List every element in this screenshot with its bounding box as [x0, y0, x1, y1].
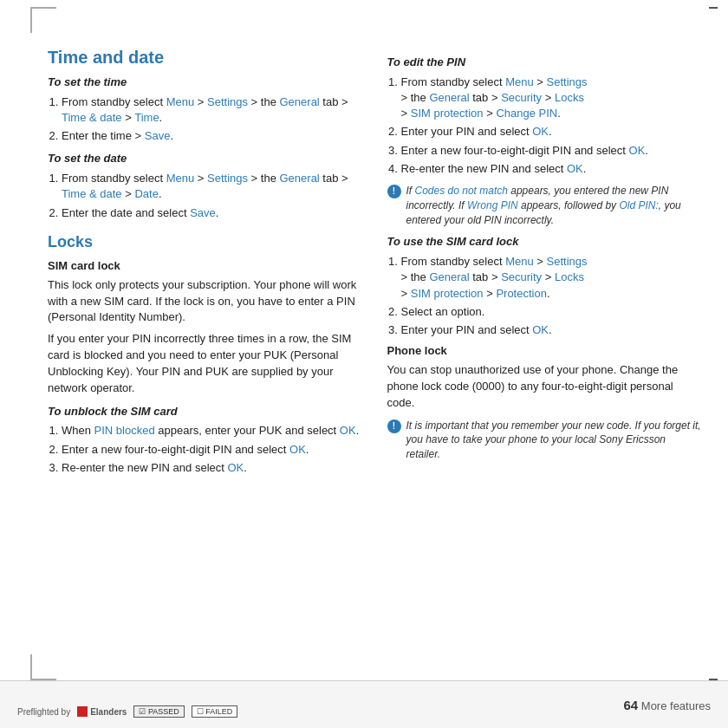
set-date-steps: From standby select Menu > Settings > th… — [62, 171, 363, 221]
menu-link: Menu — [166, 95, 195, 108]
elanders-logo-mark — [77, 706, 88, 717]
page-wrapper: Time and date To set the time From stand… — [0, 0, 728, 728]
set-date-step-1: From standby select Menu > Settings > th… — [62, 171, 363, 202]
menu-link-sl1: Menu — [505, 255, 534, 268]
general-link2: General — [280, 172, 320, 185]
menu-link-ep1: Menu — [505, 75, 534, 88]
set-time-heading: To set the time — [48, 75, 363, 91]
locks-heading: Locks — [48, 233, 363, 251]
sim-protection-link-sl1: SIM protection — [411, 287, 484, 300]
time-date-link2: Time & date — [62, 187, 122, 200]
time-link: Time — [134, 111, 159, 124]
wrong-pin-link: Wrong PIN — [467, 199, 518, 211]
footer-text: More features — [641, 699, 711, 712]
use-sim-lock-heading: To use the SIM card lock — [387, 234, 703, 250]
set-date-heading: To set the date — [48, 151, 363, 167]
sim-lock-step-2: Select an option. — [401, 304, 703, 320]
ok-link-ub2: OK — [289, 443, 306, 456]
page-number-area: 64 More features — [623, 698, 711, 712]
note-text-2-content: It is important that you remember your n… — [406, 419, 701, 461]
set-time-steps: From standby select Menu > Settings > th… — [62, 94, 363, 145]
set-date-step-2: Enter the date and select Save. — [62, 205, 363, 221]
ok-link-ub1: OK — [340, 424, 356, 437]
old-pin-link: Old PIN: — [619, 199, 658, 211]
sim-card-lock-desc: This lock only protects your subscriptio… — [48, 277, 363, 327]
edit-pin-step-3: Enter a new four-to-eight-digit PIN and … — [401, 143, 703, 159]
ok-link-ep3: OK — [629, 144, 646, 157]
sim-card-lock-para2: If you enter your PIN incorrectly three … — [48, 331, 363, 396]
security-link-sl1: Security — [501, 270, 542, 283]
elanders-icon: Elanders — [77, 706, 127, 717]
right-column: To edit the PIN From standby select Menu… — [387, 48, 703, 659]
edit-pin-step-2: Enter your PIN and select OK. — [401, 124, 703, 140]
corner-mark-tr — [709, 7, 718, 9]
locks-link-ep1: Locks — [555, 91, 584, 104]
note-block-2: ! It is important that you remember your… — [387, 419, 703, 462]
sim-lock-step-3: Enter your PIN and select OK. — [401, 322, 703, 338]
settings-link-sl1: Settings — [547, 255, 588, 268]
failed-badge: ☐ FAILED — [192, 705, 238, 718]
set-time-step-1: From standby select Menu > Settings > th… — [62, 94, 363, 126]
preflight-label: Preflighted by — [17, 707, 70, 717]
page-number: 64 — [623, 698, 638, 712]
locks-link-sl1: Locks — [555, 270, 584, 283]
edit-pin-step-4: Re-enter the new PIN and select OK. — [401, 161, 703, 177]
set-time-step-2: Enter the time > Save. — [62, 128, 363, 144]
content-area: Time and date To set the time From stand… — [48, 48, 702, 659]
edit-pin-heading: To edit the PIN — [387, 55, 703, 71]
time-date-heading: Time and date — [48, 48, 363, 68]
ok-link-ep4: OK — [567, 162, 583, 175]
sim-card-lock-title: SIM card lock — [48, 258, 363, 275]
time-date-link: Time & date — [62, 111, 122, 124]
note-icon-1: ! — [387, 185, 401, 198]
general-link: General — [280, 95, 320, 108]
general-link-sl1: General — [429, 270, 469, 283]
note-block-1: ! If Codes do not match appears, you ent… — [387, 184, 703, 227]
settings-link-ep1: Settings — [547, 75, 588, 88]
sim-lock-steps: From standby select Menu > Settings > th… — [401, 254, 703, 338]
unblock-step-3: Re-enter the new PIN and select OK. — [62, 460, 363, 476]
bottom-bar: Preflighted by Elanders ☑ PASSED ☐ FAILE… — [0, 680, 728, 728]
phone-lock-desc: You can stop unauthorized use of your ph… — [387, 362, 703, 412]
edit-pin-step-1: From standby select Menu > Settings > th… — [401, 75, 703, 122]
elanders-name: Elanders — [90, 707, 127, 717]
codes-no-match-link: Codes do not match — [415, 185, 508, 197]
left-column: Time and date To set the time From stand… — [48, 48, 363, 659]
ok-link-ep2: OK — [532, 125, 549, 138]
note-text-2: It is important that you remember your n… — [406, 419, 703, 462]
save-link: Save — [145, 129, 171, 142]
unblock-step-2: Enter a new four-to-eight-digit PIN and … — [62, 442, 363, 458]
general-link-ep1: General — [429, 91, 469, 104]
save-link2: Save — [190, 206, 216, 219]
ok-link-ub3: OK — [228, 461, 244, 474]
note-text-1: If Codes do not match appears, you enter… — [406, 184, 703, 227]
unblock-heading: To unblock the SIM card — [48, 404, 363, 420]
ok-link-sl3: OK — [532, 323, 549, 336]
note-icon-2: ! — [387, 419, 401, 433]
sim-protection-link-ep1: SIM protection — [411, 107, 484, 120]
sim-lock-step-1: From standby select Menu > Settings > th… — [401, 254, 703, 302]
date-link: Date — [134, 187, 158, 200]
settings-link: Settings — [207, 95, 248, 108]
protection-link-sl1: Protection — [496, 287, 547, 300]
menu-link2: Menu — [166, 172, 195, 185]
security-link-ep1: Security — [501, 91, 542, 104]
passed-badge: ☑ PASSED — [133, 705, 184, 718]
pin-blocked-link: PIN blocked — [94, 424, 155, 437]
settings-link2: Settings — [207, 172, 248, 185]
phone-lock-title: Phone lock — [387, 343, 703, 360]
unblock-step-1: When PIN blocked appears, enter your PUK… — [62, 423, 363, 439]
edit-pin-steps: From standby select Menu > Settings > th… — [401, 75, 703, 177]
change-pin-link-ep1: Change PIN — [496, 107, 557, 120]
unblock-steps: When PIN blocked appears, enter your PUK… — [62, 423, 363, 476]
corner-mark-tl — [30, 7, 56, 33]
preflight-area: Preflighted by Elanders ☑ PASSED ☐ FAILE… — [17, 705, 237, 718]
